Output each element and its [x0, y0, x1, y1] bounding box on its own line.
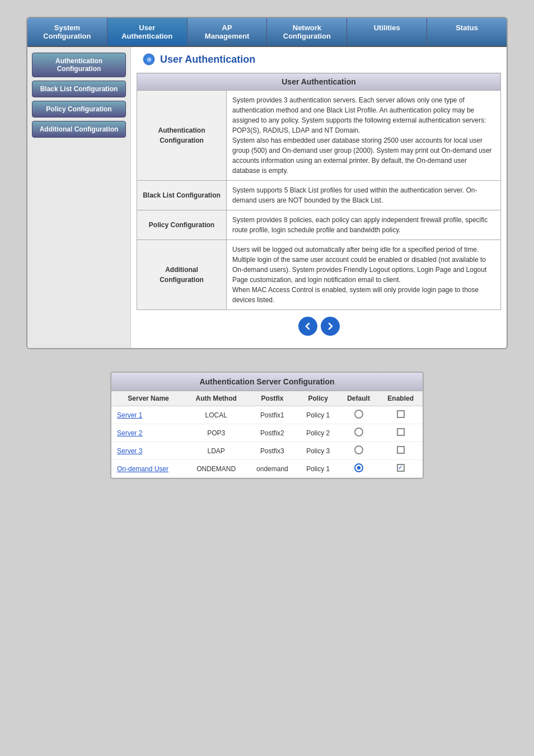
ondemand-policy: Policy 1: [298, 460, 339, 478]
info-table: User Authentication AuthenticationConfig…: [137, 73, 501, 310]
page-wrapper: SystemConfiguration UserAuthentication A…: [0, 0, 534, 496]
col-postfix: Postfix: [247, 391, 297, 406]
server-3-policy: Policy 3: [298, 442, 339, 460]
server-1-policy: Policy 1: [298, 406, 339, 424]
sidebar-btn-policy-config[interactable]: Policy Configuration: [32, 101, 126, 118]
ondemand-default-radio[interactable]: [354, 463, 363, 472]
col-policy: Policy: [298, 391, 339, 406]
ondemand-postfix: ondemand: [247, 460, 297, 478]
col-auth-method: Auth Method: [185, 391, 247, 406]
server-row-1: Server 1 LOCAL Postfix1 Policy 1: [111, 406, 423, 424]
row-label-blacklist: Black List Configuration: [137, 181, 227, 210]
server-3-link[interactable]: Server 3: [117, 447, 142, 455]
ondemand-method: ONDEMAND: [185, 460, 247, 478]
server-config-title: Authentication Server Configuration: [111, 373, 423, 391]
ondemand-user-link[interactable]: On-demand User: [117, 465, 168, 473]
server-config-panel: Authentication Server Configuration Serv…: [110, 372, 424, 479]
col-enabled: Enabled: [378, 391, 423, 406]
row-label-auth: AuthenticationConfiguration: [137, 91, 227, 181]
server-3-default-radio[interactable]: [354, 445, 363, 454]
row-desc-additional: Users will be logged out automatically a…: [227, 240, 501, 310]
sidebar-btn-blacklist-config[interactable]: Black List Configuration: [32, 81, 126, 97]
top-panel: SystemConfiguration UserAuthentication A…: [26, 17, 508, 349]
sidebar: Authentication Configuration Black List …: [27, 47, 131, 348]
user-auth-icon: ⊕: [142, 53, 156, 66]
nav-user-authentication[interactable]: UserAuthentication: [107, 18, 188, 46]
forward-icon-button[interactable]: [321, 317, 340, 336]
bottom-icons-row: [137, 310, 501, 342]
sidebar-btn-additional-config[interactable]: Additional Configuration: [32, 121, 126, 138]
server-2-link[interactable]: Server 2: [117, 429, 142, 437]
server-3-method: LDAP: [185, 442, 247, 460]
server-3-enabled-checkbox[interactable]: [397, 446, 405, 454]
server-2-policy: Policy 2: [298, 424, 339, 442]
row-label-policy: Policy Configuration: [137, 210, 227, 240]
server-3-postfix: Postfix3: [247, 442, 297, 460]
row-desc-blacklist: System supports 5 Black List profiles fo…: [227, 181, 501, 210]
ondemand-enabled-checkbox[interactable]: [397, 464, 405, 472]
nav-ap-management[interactable]: APManagement: [188, 18, 268, 46]
nav-system-configuration[interactable]: SystemConfiguration: [27, 18, 107, 46]
nav-bar: SystemConfiguration UserAuthentication A…: [27, 18, 507, 47]
server-row-3: Server 3 LDAP Postfix3 Policy 3: [111, 442, 423, 460]
server-2-default-radio[interactable]: [354, 428, 363, 436]
nav-network-configuration[interactable]: NetworkConfiguration: [267, 18, 347, 46]
row-desc-policy: System provides 8 policies, each policy …: [227, 210, 501, 240]
main-content: Authentication Configuration Black List …: [27, 47, 507, 348]
server-1-method: LOCAL: [185, 406, 247, 424]
row-label-additional: Additional Configuration: [137, 240, 227, 310]
row-desc-auth: System provides 3 authentication servers…: [227, 91, 501, 181]
server-2-enabled-checkbox[interactable]: [397, 428, 405, 436]
server-config-table: Authentication Server Configuration Serv…: [111, 373, 423, 478]
server-2-method: POP3: [185, 424, 247, 442]
nav-status[interactable]: Status: [427, 18, 507, 46]
col-default: Default: [339, 391, 379, 406]
server-1-enabled-checkbox[interactable]: [397, 410, 405, 418]
ondemand-enabled-checkbox-wrapper[interactable]: [397, 464, 405, 472]
sidebar-btn-auth-config[interactable]: Authentication Configuration: [32, 53, 126, 77]
content-area: ⊕ User Authentication User Authenticatio…: [131, 47, 507, 348]
svg-text:⊕: ⊕: [147, 56, 152, 63]
info-table-heading: User Authentication: [137, 73, 501, 91]
col-server-name: Server Name: [111, 391, 185, 406]
server-1-postfix: Postfix1: [247, 406, 297, 424]
page-title-row: ⊕ User Authentication: [137, 53, 501, 66]
server-1-link[interactable]: Server 1: [117, 411, 142, 419]
table-row-additional: Additional Configuration Users will be l…: [137, 240, 501, 310]
table-row-blacklist: Black List Configuration System supports…: [137, 181, 501, 210]
nav-utilities[interactable]: Utilities: [347, 18, 427, 46]
server-row-2: Server 2 POP3 Postfix2 Policy 2: [111, 424, 423, 442]
server-2-postfix: Postfix2: [247, 424, 297, 442]
table-row-policy: Policy Configuration System provides 8 p…: [137, 210, 501, 240]
server-row-ondemand: On-demand User ONDEMAND ondemand Policy …: [111, 460, 423, 478]
page-title: User Authentication: [160, 54, 255, 65]
server-1-default-radio[interactable]: [354, 410, 363, 419]
back-icon-button[interactable]: [298, 317, 317, 336]
table-row-auth: AuthenticationConfiguration System provi…: [137, 91, 501, 181]
